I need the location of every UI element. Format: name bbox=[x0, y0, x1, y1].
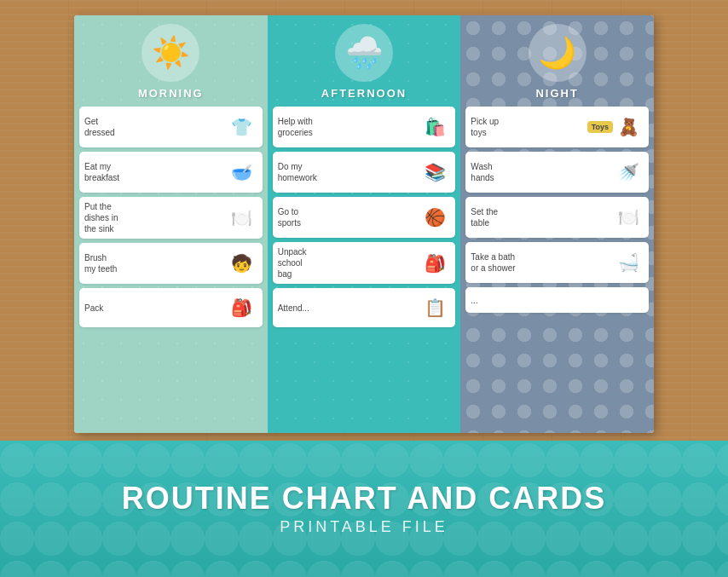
task-icon: 📋 bbox=[419, 292, 450, 323]
afternoon-column: 🌧️ AFTERNOON Help withgroceries 🛍️ Do my… bbox=[268, 15, 461, 433]
task-text: Do myhomework bbox=[278, 161, 420, 183]
task-text: Attend... bbox=[278, 303, 420, 314]
afternoon-title: AFTERNOON bbox=[321, 87, 407, 100]
task-icon: 🏀 bbox=[419, 202, 450, 233]
task-card-groceries: Help withgroceries 🛍️ bbox=[273, 107, 456, 147]
task-icon: 🎒 bbox=[227, 292, 257, 323]
task-card-pack: Pack 🎒 bbox=[79, 288, 263, 327]
task-card-school-bag: Unpackschoolbag 🎒 bbox=[273, 242, 456, 284]
toys-badge: Toys bbox=[587, 121, 613, 133]
afternoon-icon: 🌧️ bbox=[335, 24, 393, 82]
task-card-homework: Do myhomework 📚 bbox=[273, 152, 456, 193]
task-icon: 🛁 bbox=[613, 247, 644, 278]
task-icon: 🧸 bbox=[613, 112, 644, 142]
task-card-attend: Attend... 📋 bbox=[273, 288, 456, 327]
task-icon: 🎒 bbox=[419, 248, 450, 279]
task-card-pick-toys: Pick uptoys Toys 🧸 bbox=[465, 107, 649, 147]
task-card-sports: Go tosports 🏀 bbox=[273, 197, 456, 238]
task-text: Put thedishes inthe sink bbox=[84, 201, 227, 234]
morning-column: ☀️ MORNING Getdressed 👕 Eat mybreakfast … bbox=[74, 15, 268, 433]
task-text: Washhands bbox=[471, 161, 613, 183]
task-icon: 🛍️ bbox=[419, 112, 450, 142]
task-text: Go tosports bbox=[278, 206, 420, 228]
task-text: Pick uptoys bbox=[471, 116, 584, 138]
task-text: ... bbox=[471, 295, 644, 306]
banner-title: ROUTINE CHART AND CARDS bbox=[122, 482, 607, 516]
banner-subtitle: PRINTABLE FILE bbox=[280, 518, 448, 536]
morning-icon: ☀️ bbox=[142, 24, 199, 82]
paper-area: ☀️ MORNING Getdressed 👕 Eat mybreakfast … bbox=[74, 15, 654, 433]
task-text: Pack bbox=[84, 303, 227, 314]
task-icon: 🥣 bbox=[227, 157, 257, 188]
task-text: Getdressed bbox=[84, 116, 227, 138]
bottom-banner: ROUTINE CHART AND CARDS PRINTABLE FILE bbox=[0, 441, 728, 577]
task-card-night-last: ... bbox=[465, 287, 649, 313]
task-icon: 🍽️ bbox=[227, 203, 257, 234]
task-text: Help withgroceries bbox=[278, 116, 420, 138]
task-icon: 🚿 bbox=[613, 157, 644, 188]
task-card-get-dressed: Getdressed 👕 bbox=[79, 107, 263, 147]
task-icon: 📚 bbox=[419, 157, 450, 188]
task-text: Take a bathor a shower bbox=[471, 251, 613, 274]
task-text: Set thetable bbox=[471, 206, 613, 228]
task-text: Unpackschoolbag bbox=[278, 246, 420, 280]
night-column: 🌙 NIGHT Pick uptoys Toys 🧸 Washhands 🚿 S… bbox=[460, 15, 654, 433]
task-card-bath: Take a bathor a shower 🛁 bbox=[465, 242, 649, 283]
task-text: Brushmy teeth bbox=[84, 252, 227, 274]
night-title: NIGHT bbox=[535, 87, 578, 100]
wood-background: ☀️ MORNING Getdressed 👕 Eat mybreakfast … bbox=[0, 0, 728, 577]
task-icon: 🍽️ bbox=[613, 202, 644, 233]
task-card-set-table: Set thetable 🍽️ bbox=[465, 197, 649, 238]
task-icon: 🧒 bbox=[227, 248, 257, 279]
task-card-dishes: Put thedishes inthe sink 🍽️ bbox=[79, 197, 263, 239]
task-card-breakfast: Eat mybreakfast 🥣 bbox=[79, 152, 263, 193]
task-text: Eat mybreakfast bbox=[84, 161, 227, 183]
morning-title: MORNING bbox=[138, 87, 204, 100]
night-icon: 🌙 bbox=[529, 24, 586, 82]
task-card-wash-hands: Washhands 🚿 bbox=[465, 152, 649, 193]
task-icon: 👕 bbox=[227, 112, 257, 142]
task-card-brush-teeth: Brushmy teeth 🧒 bbox=[79, 243, 263, 284]
